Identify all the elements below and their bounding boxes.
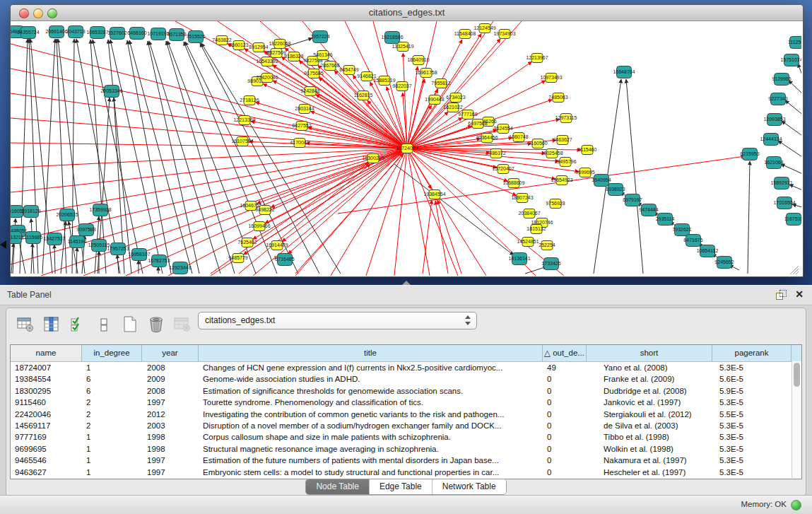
graph-node-label: 13325419 — [392, 44, 413, 49]
graph-node-label: 1815132 — [526, 226, 546, 231]
table-cell: Franke et al. (2009) — [587, 373, 712, 385]
float-panel-icon[interactable] — [776, 290, 787, 300]
table-cell: 2003 — [142, 420, 199, 431]
column-header-out_degree[interactable]: △ out_de... — [543, 345, 587, 361]
application-screen: citations_edges.txt 18724007161075541221… — [0, 0, 812, 514]
table-cell: 6 — [82, 385, 142, 397]
table-row[interactable]: 969969511998Structural magnetic resonanc… — [11, 443, 801, 455]
table-row[interactable]: 1830029562008Estimation of significance … — [11, 385, 801, 397]
table-cell: 1997 — [142, 397, 199, 408]
table-cell: 5.3E-5 — [712, 443, 792, 455]
table-cell: 9777169 — [11, 431, 82, 443]
delete-entries-button[interactable] — [147, 315, 165, 334]
graph-node-label: 17359928 — [89, 207, 111, 212]
graph-node-label: 19495796 — [554, 159, 576, 164]
column-header-in_degree[interactable]: in_degree — [82, 345, 142, 361]
window-titlebar[interactable]: citations_edges.txt — [11, 5, 803, 21]
graph-node-label: 14524851 — [517, 239, 539, 244]
table-row[interactable]: 946362711997Embryonic stem cells: a mode… — [11, 467, 801, 478]
graph-node-label: 19218586 — [381, 35, 403, 40]
window-resize-grip[interactable] — [790, 266, 799, 274]
graph-node-label: 9827509 — [266, 50, 286, 55]
graph-node-label: 12124549 — [473, 25, 495, 30]
graph-node-label: 18120746 — [531, 220, 553, 225]
table-row[interactable]: 1456911722003Disruption of a novel membe… — [11, 420, 801, 431]
table-cell: 0 — [543, 455, 587, 466]
graph-node-label: 1640954 — [592, 177, 611, 182]
table-row[interactable]: 977716911998Corpus callosum shape and si… — [11, 431, 801, 443]
graph-node-label: 1112503 — [788, 40, 801, 45]
delete-table-button[interactable] — [173, 315, 192, 334]
graph-node-label: 3624554 — [493, 126, 512, 131]
graph-node-label: 2160560 — [528, 141, 547, 146]
column-header-short[interactable]: short — [587, 345, 712, 361]
graph-node-label: 19654923 — [551, 177, 572, 182]
table-row[interactable]: 2242004622012Investigating the contribut… — [11, 409, 801, 420]
column-header-title[interactable]: title — [199, 345, 543, 361]
table-select-dropdown[interactable]: citations_edges.txt — [198, 312, 477, 329]
table-cell: 5.3E-5 — [712, 397, 792, 408]
graph-node-label: 1918129 — [21, 209, 40, 214]
table-body: 1872400712008Changes of HCN gene express… — [11, 362, 801, 478]
graph-node-label: 20206535 — [56, 212, 78, 217]
table-panel: Table Panel ✕ — [0, 285, 812, 514]
table-cell: 19384554 — [11, 373, 82, 385]
graph-node-label: 12973115 — [555, 115, 577, 120]
graph-node-label: 17957253 — [107, 246, 129, 251]
graph-node-label: 16543392 — [256, 59, 278, 64]
table-row[interactable]: 1938455462009Genome-wide association stu… — [11, 373, 801, 385]
graph-node-label: 16099466 — [248, 223, 270, 228]
table-cell: 0 — [543, 467, 587, 478]
table-cell: 18724007 — [11, 362, 82, 373]
show-column-button[interactable] — [42, 315, 61, 334]
table-cell: 22420046 — [11, 409, 82, 420]
table-cell: 1 — [82, 455, 142, 466]
collapsed-panel-arrow-icon[interactable] — [0, 240, 6, 249]
graph-node-label: 19384554 — [423, 192, 445, 197]
table-tabs-row: Node Table Edge Table Network Table — [6, 479, 806, 495]
graph-node-label: 18807243 — [511, 195, 533, 200]
graph-node-label: 9245652 — [714, 259, 734, 264]
table-row[interactable]: 946554611997Estimation of the future num… — [11, 455, 801, 466]
table-cell: 2008 — [142, 362, 199, 373]
table-cell: Nakamura et al. (1997) — [587, 455, 712, 466]
table-cell: 0 — [543, 443, 587, 455]
table-cell: Hescheler et al. (1997) — [587, 467, 712, 478]
table-row[interactable]: 1872400712008Changes of HCN gene express… — [11, 362, 801, 373]
table-cell: de Silva et al. (2003) — [587, 420, 712, 431]
table-toolbar: f(x) — [16, 313, 218, 336]
table-row[interactable]: 911546021997Tourette syndrome. Phenomeno… — [11, 397, 801, 408]
table-cell: 0 — [543, 385, 587, 397]
unselect-all-button[interactable] — [95, 315, 113, 334]
column-header-pagerank[interactable]: pagerank — [712, 345, 792, 361]
graph-node-label: 8912954 — [249, 45, 268, 49]
select-all-button[interactable] — [69, 315, 87, 334]
table-cell: 5.9E-5 — [712, 385, 792, 397]
column-header-year[interactable]: year — [142, 345, 199, 361]
table-cell: 1998 — [142, 443, 199, 455]
table-vertical-scrollbar[interactable] — [792, 361, 801, 478]
graph-node-label: 22420046 — [256, 75, 278, 80]
network-canvas-container: 1872400716107554122133692718126989012322… — [11, 21, 801, 276]
close-panel-icon[interactable]: ✕ — [795, 288, 804, 300]
desktop-background: citations_edges.txt 18724007161075541221… — [0, 0, 812, 285]
graph-node-label: 1527602 — [107, 30, 126, 35]
tab-node-table[interactable]: Node Table — [306, 479, 370, 494]
scrollbar-thumb[interactable] — [794, 363, 800, 387]
graph-node-label: 8454749 — [339, 67, 358, 72]
table-cell: 2 — [82, 397, 142, 408]
table-settings-button[interactable] — [16, 315, 35, 334]
graph-node-label: 16107554 — [231, 139, 253, 144]
graph-node-label: 10719195 — [147, 31, 169, 36]
column-header-name[interactable]: name — [11, 345, 82, 361]
table-cell: Disruption of a novel member of a sodium… — [199, 420, 543, 431]
network-canvas[interactable]: 1872400716107554122133692718126989012322… — [11, 21, 801, 276]
graph-node-label: 2803144 — [295, 106, 314, 111]
tab-edge-table[interactable]: Edge Table — [370, 479, 433, 494]
new-table-button[interactable] — [121, 315, 139, 334]
tab-network-table[interactable]: Network Table — [433, 479, 506, 494]
window-title: citations_edges.txt — [11, 7, 803, 18]
graph-node-label: 1162815 — [354, 93, 373, 98]
graph-node-label: 24355724 — [17, 30, 39, 35]
graph-node-label: 7486372 — [486, 151, 505, 156]
